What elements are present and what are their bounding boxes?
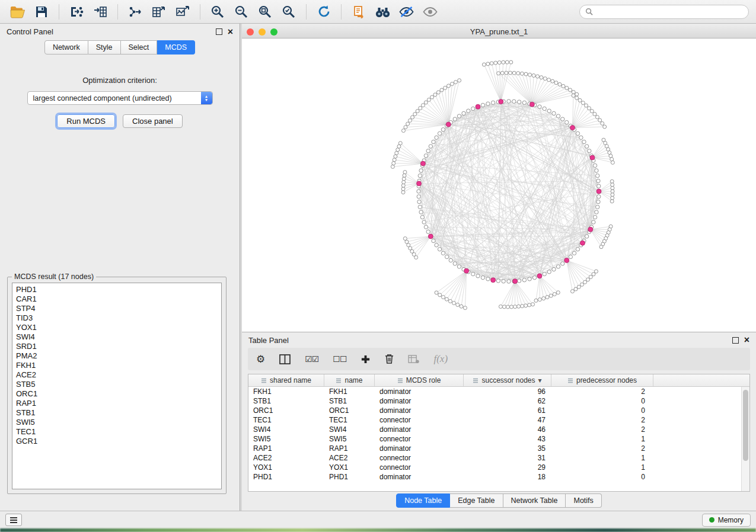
add-column-plus-icon[interactable] xyxy=(361,354,371,364)
column-header-shared-name[interactable]: shared name xyxy=(248,374,324,386)
dropdown-stepper-icon[interactable]: ▲▼ xyxy=(201,92,212,104)
toolbar-separator xyxy=(341,4,342,20)
column-label: shared name xyxy=(270,376,311,384)
result-node[interactable]: SRD1 xyxy=(16,342,221,351)
search-box[interactable] xyxy=(579,5,749,19)
result-node[interactable]: GCR1 xyxy=(16,437,221,446)
result-node[interactable]: ORC1 xyxy=(16,389,221,399)
tab-motifs[interactable]: Motifs xyxy=(566,493,601,508)
result-node[interactable]: STB5 xyxy=(16,380,221,389)
result-node[interactable]: PMA2 xyxy=(16,351,221,361)
table-row[interactable]: SWI5SWI5connector431 xyxy=(248,434,749,444)
result-node[interactable]: CAR1 xyxy=(16,294,221,304)
tab-mcds[interactable]: MCDS xyxy=(157,40,195,55)
table-cell: 0 xyxy=(551,397,653,405)
find-button[interactable] xyxy=(372,3,393,21)
clone-network-icon xyxy=(352,5,365,18)
table-cell: 2 xyxy=(551,416,653,424)
column-header-predecessor-nodes[interactable]: predecessor nodes xyxy=(551,374,653,386)
table-panel-title: Table Panel xyxy=(248,336,289,345)
close-panel-icon[interactable]: × xyxy=(744,337,749,343)
column-header-MCDS-role[interactable]: MCDS role xyxy=(375,374,464,386)
export-network-button[interactable] xyxy=(125,3,146,21)
optimization-dropdown[interactable]: largest connected component (undirected)… xyxy=(27,91,213,105)
column-label: predecessor nodes xyxy=(576,376,637,384)
show-all-button[interactable] xyxy=(419,3,441,21)
table-row[interactable]: ORC1ORC1dominator610 xyxy=(248,406,749,415)
refresh-icon xyxy=(317,4,331,19)
hide-selected-button[interactable] xyxy=(395,3,417,21)
zoom-out-icon xyxy=(234,5,248,19)
clone-network-button[interactable] xyxy=(348,3,369,21)
table-settings-gear-icon[interactable]: ⚙ xyxy=(256,353,265,366)
mcds-result-list[interactable]: PHD1CAR1STP4TID3YOX1SWI4SRD1PMA2FKH1ACE2… xyxy=(12,283,222,489)
float-panel-icon[interactable] xyxy=(216,28,222,35)
zoom-fit-button[interactable] xyxy=(254,3,276,21)
network-canvas[interactable] xyxy=(242,39,756,332)
table-row[interactable]: PHD1PHD1dominator180 xyxy=(248,472,749,482)
table-row[interactable]: SWI4SWI4dominator462 xyxy=(248,425,749,434)
minimize-window-icon[interactable] xyxy=(259,28,266,36)
memory-button[interactable]: Memory xyxy=(702,514,751,527)
result-node[interactable]: YOX1 xyxy=(16,323,221,332)
result-node[interactable]: PHD1 xyxy=(16,285,221,294)
result-node[interactable]: ACE2 xyxy=(16,370,221,380)
show-columns-icon[interactable] xyxy=(279,354,291,364)
import-network-button[interactable] xyxy=(66,3,87,21)
function-builder-icon: f(x) xyxy=(433,353,448,365)
run-mcds-button[interactable]: Run MCDS xyxy=(57,114,115,128)
select-all-icon[interactable]: ☑☑ xyxy=(305,354,318,364)
panel-menu-button[interactable] xyxy=(5,514,22,526)
zoom-out-button[interactable] xyxy=(231,3,252,21)
search-icon xyxy=(585,8,593,15)
table-cell: 47 xyxy=(464,416,551,424)
tab-style[interactable]: Style xyxy=(88,40,121,55)
scrollbar-thumb[interactable] xyxy=(743,390,748,461)
result-node[interactable]: SWI4 xyxy=(16,332,221,342)
save-button[interactable] xyxy=(31,3,52,21)
column-label: name xyxy=(344,376,362,384)
table-row[interactable]: ACE2ACE2connector311 xyxy=(248,453,749,463)
search-input[interactable] xyxy=(596,7,743,17)
zoom-selected-button[interactable] xyxy=(278,3,299,21)
zoom-in-button[interactable] xyxy=(207,3,228,21)
chevron-down-icon[interactable]: ▾ xyxy=(538,376,542,384)
table-row[interactable]: RAP1RAP1dominator352 xyxy=(248,444,749,453)
import-table-button[interactable] xyxy=(90,3,111,21)
table-row[interactable]: STB1STB1dominator620 xyxy=(248,396,749,406)
refresh-button[interactable] xyxy=(313,3,334,21)
result-node[interactable]: STP4 xyxy=(16,304,221,313)
close-panel-icon[interactable]: × xyxy=(228,29,233,35)
tab-node-table[interactable]: Node Table xyxy=(396,493,450,508)
tab-network[interactable]: Network xyxy=(44,40,88,55)
memory-status-dot xyxy=(709,517,714,523)
table-row[interactable]: FKH1FKH1dominator962 xyxy=(248,387,749,396)
close-panel-button[interactable]: Close panel xyxy=(123,114,183,128)
column-header-name[interactable]: name xyxy=(324,374,375,386)
table-cell: 18 xyxy=(464,473,551,481)
result-node[interactable]: SWI5 xyxy=(16,418,221,427)
result-node[interactable]: RAP1 xyxy=(16,399,221,408)
result-node[interactable]: TID3 xyxy=(16,313,221,323)
table-row[interactable]: YOX1YOX1connector291 xyxy=(248,463,749,472)
close-window-icon[interactable] xyxy=(247,28,254,36)
table-scrollbar[interactable] xyxy=(741,387,749,491)
export-table-icon xyxy=(152,5,166,18)
export-image-button[interactable] xyxy=(172,3,193,21)
network-window: YPA_prune.txt_1 xyxy=(242,25,756,332)
result-node[interactable]: FKH1 xyxy=(16,361,221,370)
tab-select[interactable]: Select xyxy=(121,40,158,55)
deselect-all-icon[interactable]: ☐☐ xyxy=(333,354,346,364)
result-node[interactable]: STB1 xyxy=(16,408,221,418)
tab-edge-table[interactable]: Edge Table xyxy=(450,493,503,508)
open-file-button[interactable] xyxy=(7,3,28,21)
maximize-window-icon[interactable] xyxy=(270,28,277,36)
delete-trash-icon[interactable] xyxy=(385,354,394,364)
tab-network-table[interactable]: Network Table xyxy=(503,493,566,508)
result-node[interactable]: TEC1 xyxy=(16,427,221,437)
export-table-button[interactable] xyxy=(148,3,170,21)
main-area: Control Panel × NetworkStyleSelectMCDS O… xyxy=(0,24,756,511)
column-header-successor-nodes[interactable]: successor nodes▾ xyxy=(464,374,551,386)
table-row[interactable]: TEC1TEC1connector472 xyxy=(248,415,749,425)
float-panel-icon[interactable] xyxy=(732,337,739,344)
